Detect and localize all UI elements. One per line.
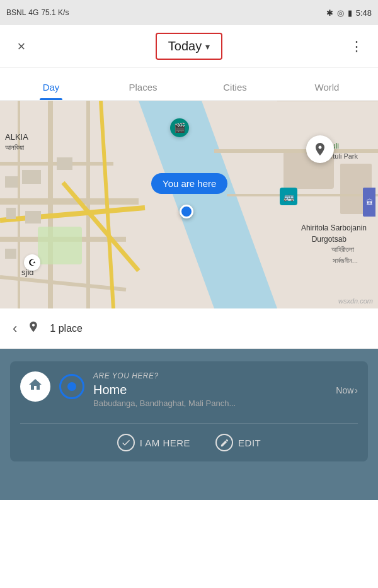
tab-day[interactable]: Day: [5, 82, 97, 100]
home-icon: [28, 377, 43, 396]
tabs-bar: Day Places Cities World: [0, 68, 378, 101]
bluetooth-icon: ✱: [326, 8, 333, 18]
check-icon: [117, 434, 135, 451]
place-count-text: 1 place: [50, 323, 83, 334]
tab-places[interactable]: Places: [97, 82, 189, 100]
map-view[interactable]: ALKIA আলকিয়া Kumartuli Kumortuli Park A…: [0, 101, 378, 308]
close-button[interactable]: ×: [10, 35, 33, 58]
svg-rect-17: [25, 211, 41, 223]
location-icon: ◎: [337, 8, 344, 18]
status-bar: BSNL 4G 75.1 K/s ✱ ◎ ▮ 5:48: [0, 0, 378, 25]
i-am-here-button[interactable]: I AM HERE: [117, 434, 190, 451]
carrier-label: BSNL: [6, 8, 26, 17]
right-edge-icon: 🏛: [363, 188, 375, 217]
svg-rect-12: [38, 227, 82, 264]
time-label: 5:48: [356, 8, 372, 18]
you-are-here-label: You are here: [151, 173, 227, 194]
location-card: Are you here? Home Now › Babudanga, Band…: [10, 361, 368, 461]
svg-rect-15: [57, 157, 72, 170]
card-address: Babudanga, Bandhaghat, Mali Panch...: [93, 399, 358, 408]
speed-label: 75.1 K/s: [41, 8, 69, 17]
status-bar-left: BSNL 4G 75.1 K/s: [6, 8, 69, 17]
card-time-arrow-icon: ›: [355, 385, 358, 395]
i-am-here-label: I AM HERE: [140, 438, 190, 448]
card-section: Are you here? Home Now › Babudanga, Band…: [0, 349, 378, 500]
signal-label: 4G: [28, 8, 38, 17]
header-title: Today: [168, 39, 202, 54]
svg-rect-16: [6, 208, 16, 219]
date-selector[interactable]: Today ▾: [156, 33, 222, 60]
card-info: Are you here? Home Now › Babudanga, Band…: [93, 371, 358, 408]
back-button[interactable]: ‹: [13, 320, 17, 337]
tab-cities[interactable]: Cities: [189, 82, 281, 100]
mosque-icon: ☪: [24, 254, 40, 271]
status-bar-right: ✱ ◎ ▮ 5:48: [326, 8, 372, 18]
user-location-dot: [180, 205, 193, 218]
blue-dot-inner: [67, 382, 76, 391]
watermark: wsxdn.com: [338, 297, 373, 305]
bus-stop-icon: 🚌: [280, 188, 297, 205]
svg-rect-18: [5, 249, 16, 259]
tab-world[interactable]: World: [281, 82, 373, 100]
svg-rect-14: [22, 170, 41, 184]
place-count-bar: ‹ 1 place: [0, 308, 378, 349]
battery-label: ▮: [348, 8, 352, 18]
edit-button[interactable]: EDIT: [215, 434, 261, 451]
card-name: Home: [93, 383, 127, 397]
card-question: Are you here?: [93, 371, 358, 380]
card-top: Are you here? Home Now › Babudanga, Band…: [20, 371, 358, 408]
header: × Today ▾ ⋮: [0, 25, 378, 68]
pin-icon: [27, 320, 40, 336]
dropdown-arrow-icon: ▾: [205, 42, 210, 52]
edit-label: EDIT: [238, 438, 261, 448]
card-actions: I AM HERE EDIT: [20, 423, 358, 451]
cinema-icon: 🎬: [170, 118, 189, 137]
card-name-row: Home Now ›: [93, 383, 358, 397]
svg-rect-13: [5, 176, 18, 188]
active-location-indicator: [59, 374, 84, 399]
location-pin-icon: [306, 135, 334, 163]
edit-icon: [215, 434, 233, 451]
home-avatar: [20, 371, 50, 402]
more-options-button[interactable]: ⋮: [345, 35, 368, 58]
card-time: Now ›: [336, 385, 358, 395]
